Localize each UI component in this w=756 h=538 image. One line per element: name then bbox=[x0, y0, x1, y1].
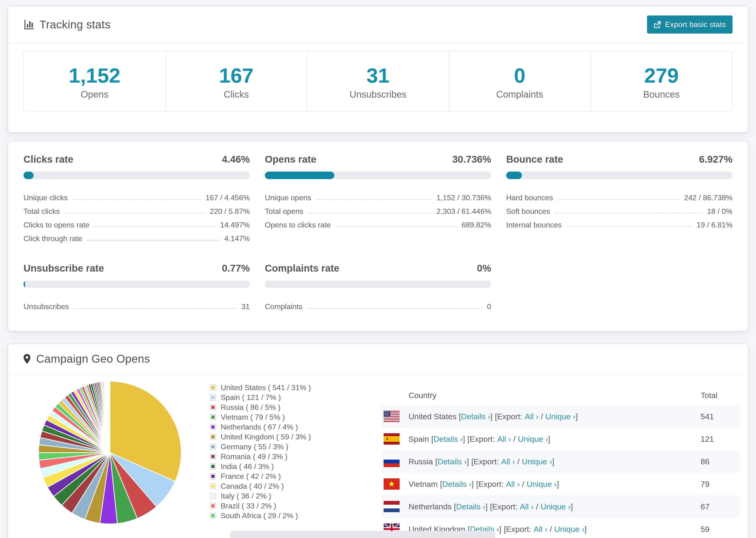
opens-count: 1,152 bbox=[27, 64, 162, 87]
legend-swatch bbox=[210, 493, 216, 499]
export-basic-stats-button[interactable]: Export basic stats bbox=[647, 16, 732, 33]
export-all-link[interactable]: All › bbox=[497, 435, 511, 444]
legend-item: Germany ( 55 / 3% ) bbox=[210, 442, 335, 452]
legend-item: France ( 42 / 2% ) bbox=[210, 471, 335, 481]
geo-title: Campaign Geo Opens bbox=[24, 352, 150, 365]
legend-item: Brazil ( 33 / 2% ) bbox=[210, 501, 335, 511]
clicks-rate-progressbar bbox=[24, 172, 250, 179]
legend-swatch bbox=[210, 473, 216, 479]
export-unique-link[interactable]: Unique › bbox=[518, 435, 548, 444]
opens-rate-progressbar bbox=[265, 172, 491, 179]
details-link[interactable]: Details › bbox=[461, 412, 490, 421]
geo-country-table: Country Total United States [Details ›] … bbox=[382, 380, 740, 538]
rate-detail-row: Total opens2,303 / 61.446% bbox=[265, 202, 491, 216]
rate-detail-row: Click through rate4.147% bbox=[24, 229, 250, 243]
opens-rate-value: 30.736% bbox=[452, 154, 491, 165]
export-unique-link[interactable]: Unique › bbox=[527, 480, 557, 489]
bar-chart-icon bbox=[24, 20, 39, 30]
legend-item: Netherlands ( 67 / 4% ) bbox=[210, 422, 335, 432]
export-icon bbox=[654, 21, 661, 28]
export-unique-link[interactable]: Unique › bbox=[545, 412, 576, 421]
country-name: Spain bbox=[408, 435, 429, 444]
total-column-header: Total bbox=[701, 391, 740, 400]
legend-item: Vietnam ( 79 / 5% ) bbox=[210, 412, 335, 422]
rate-detail-row: Total clicks220 / 5.87% bbox=[24, 202, 250, 216]
geo-opens-pie-chart bbox=[37, 380, 183, 525]
clicks-rate-block: Clicks rate 4.46% Unique clicks167 / 4.4… bbox=[24, 154, 250, 243]
export-unique-link[interactable]: Unique › bbox=[540, 502, 571, 511]
complaints-rate-progressbar bbox=[265, 281, 491, 288]
export-unique-link[interactable]: Unique › bbox=[554, 525, 585, 534]
legend-item: India ( 46 / 3% ) bbox=[210, 461, 335, 471]
unsubscribe-rate-title: Unsubscribe rate bbox=[24, 263, 104, 274]
opens-rate-block: Opens rate 30.736% Unique opens1,152 / 3… bbox=[265, 154, 491, 243]
bounce-rate-value: 6.927% bbox=[699, 154, 732, 165]
clicks-rate-title: Clicks rate bbox=[24, 154, 73, 165]
complaints-rate-value: 0% bbox=[477, 263, 491, 274]
export-unique-link[interactable]: Unique › bbox=[522, 457, 552, 466]
legend-swatch bbox=[210, 454, 216, 459]
bounce-rate-title: Bounce rate bbox=[506, 154, 563, 165]
legend-item: United Kingdom ( 59 / 3% ) bbox=[210, 432, 335, 442]
legend-item: Italy ( 36 / 2% ) bbox=[210, 491, 335, 501]
country-total: 541 bbox=[701, 412, 740, 421]
bounces-count: 279 bbox=[594, 64, 729, 87]
rate-detail-row: Unique opens1,152 / 30.736% bbox=[265, 188, 491, 202]
flag-vietnam-icon bbox=[384, 478, 400, 490]
legend-swatch bbox=[210, 434, 216, 440]
details-link[interactable]: Details › bbox=[437, 457, 467, 466]
table-row-netherlands: Netherlands [Details ›] [Export:All ›/Un… bbox=[382, 495, 740, 518]
details-link[interactable]: Details › bbox=[433, 435, 463, 444]
country-column-header: Country bbox=[382, 391, 701, 400]
legend-swatch bbox=[210, 463, 216, 469]
country-total: 121 bbox=[701, 435, 740, 444]
rate-detail-row: Unique clicks167 / 4.456% bbox=[24, 188, 250, 202]
stat-complaints: 0 Complaints bbox=[449, 51, 591, 111]
legend-swatch bbox=[210, 404, 216, 410]
export-all-link[interactable]: All › bbox=[525, 412, 539, 421]
stat-opens: 1,152 Opens bbox=[24, 51, 166, 111]
legend-swatch bbox=[210, 385, 216, 391]
campaign-geo-opens-card: Campaign Geo Opens United States ( 541 /… bbox=[8, 344, 748, 538]
legend-swatch bbox=[210, 424, 216, 430]
legend-swatch bbox=[210, 512, 216, 519]
export-all-link[interactable]: All › bbox=[506, 480, 520, 489]
pie-legend: United States ( 541 / 31% ) Spain ( 121 … bbox=[210, 380, 335, 521]
rate-detail-row: Clicks to opens rate14.497% bbox=[24, 216, 250, 229]
legend-item: Russia ( 86 / 5% ) bbox=[210, 402, 335, 412]
country-total: 86 bbox=[701, 457, 740, 466]
bounce-rate-progressbar bbox=[506, 172, 732, 179]
details-link[interactable]: Details › bbox=[456, 502, 486, 511]
rate-detail-row: Complaints0 bbox=[265, 297, 491, 311]
legend-item: Romania ( 49 / 3% ) bbox=[210, 452, 335, 461]
unsubscribes-count: 31 bbox=[310, 64, 446, 87]
legend-swatch bbox=[210, 483, 216, 489]
country-total: 59 bbox=[701, 525, 740, 534]
rate-detail-row: Hard bounces242 / 86.738% bbox=[506, 188, 732, 202]
legend-item: Canada ( 40 / 2% ) bbox=[210, 481, 335, 491]
details-link[interactable]: Details › bbox=[442, 480, 472, 489]
unsubscribe-rate-value: 0.77% bbox=[222, 263, 250, 274]
tracking-stats-title: Tracking stats bbox=[24, 18, 111, 31]
map-pin-icon bbox=[24, 354, 36, 364]
geo-header: Campaign Geo Opens bbox=[8, 344, 748, 374]
export-all-link[interactable]: All › bbox=[501, 457, 515, 466]
stat-unsubscribes: 31 Unsubscribes bbox=[307, 51, 449, 111]
legend-item: Spain ( 121 / 7% ) bbox=[210, 393, 335, 402]
country-name: Netherlands bbox=[408, 502, 452, 511]
rate-detail-row: Opens to clicks rate689.82% bbox=[265, 216, 491, 229]
export-all-link[interactable]: All › bbox=[520, 502, 534, 511]
export-all-link[interactable]: All › bbox=[534, 525, 548, 534]
dashboard-page: Tracking stats Export basic stats 1,152 … bbox=[0, 0, 756, 538]
stat-bounces: 279 Bounces bbox=[591, 51, 732, 111]
country-total: 67 bbox=[701, 502, 740, 511]
rate-detail-row: Soft bounces18 / 0% bbox=[506, 202, 732, 216]
stat-clicks: 167 Clicks bbox=[166, 51, 307, 111]
legend-swatch bbox=[210, 503, 216, 509]
country-name: Russia bbox=[408, 457, 433, 466]
pie-slice bbox=[110, 381, 110, 453]
rate-detail-row: Internal bounces19 / 6.81% bbox=[506, 216, 732, 229]
complaints-rate-block: Complaints rate 0% Complaints0 bbox=[265, 263, 491, 311]
flag-united-states-icon bbox=[384, 411, 400, 422]
opens-rate-title: Opens rate bbox=[265, 154, 316, 165]
